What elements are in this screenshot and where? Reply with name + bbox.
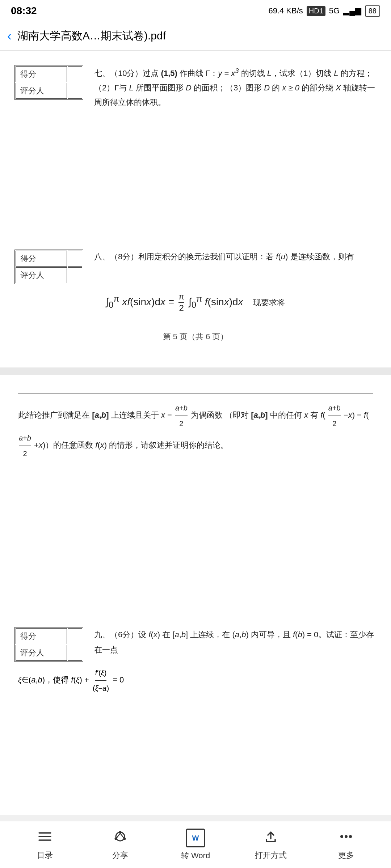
hd-badge: HD1 [307,6,325,16]
score-table-9: 得分 评分人 [14,627,83,662]
reviewer-label-7: 评分人 [16,83,67,99]
svg-point-4 [119,831,122,834]
status-right: 69.4 KB/s HD1 5G ▂▄▆ 88 [268,5,380,17]
content-area: 得分 评分人 七、（10分）过点 (1,5) 作曲线 Γ：y = x3 的切线 … [0,51,391,825]
problem9-content: 九、（6分）设 f(x) 在 [a,b] 上连续，在 (a,b) 内可导，且 f… [94,627,377,660]
continuation-section: 此结论推广到满足在 [a,b] 上连续且关于 x = a+b 2 为偶函数 （即… [0,375,391,616]
share-button[interactable]: 分享 [91,829,149,861]
status-time: 08:32 [11,5,37,17]
toc-label: 目录 [37,850,53,861]
reviewer-label-8: 评分人 [16,267,67,283]
work-space-8 [18,461,373,605]
problem7-content: 七、（10分）过点 (1,5) 作曲线 Γ：y = x3 的切线 L，试求（1）… [94,65,377,112]
svg-point-11 [349,835,352,838]
toc-button[interactable]: 目录 [16,829,74,861]
share-label: 分享 [112,850,128,861]
open-button[interactable]: 打开方式 [242,829,300,861]
problem8-text: 八、（8分）利用定积分的换元法我们可以证明：若 f(u) 是连续函数，则有 [94,250,377,264]
score-label-8: 得分 [16,251,67,267]
problem9-formula: ξ∈(a,b)，使得 f(ξ) + f′(ξ) (ξ−a) = 0 [14,665,377,695]
word-label: 转 Word [181,850,210,861]
work-space-9 [14,695,377,804]
score-label-7: 得分 [16,66,67,82]
problem7-text: 七、（10分）过点 (1,5) 作曲线 Γ：y = x3 的切线 L，试求（1）… [94,65,377,109]
work-space-7 [14,112,377,242]
reviewer-label-9: 评分人 [16,645,67,661]
signal-bars: ▂▄▆ [343,6,361,16]
bottom-toolbar: 目录 分享 W 转 Word [0,821,391,868]
continuation-text: 此结论推广到满足在 [a,b] 上连续且关于 x = a+b 2 为偶函数 （即… [18,393,373,461]
svg-point-9 [340,835,343,838]
toc-icon [37,829,53,847]
signal-label: 5G [329,6,340,16]
share-icon [112,829,128,847]
open-icon [263,829,279,847]
more-icon [338,829,354,847]
problem8-content: 八、（8分）利用定积分的换元法我们可以证明：若 f(u) 是连续函数，则有 [94,250,377,267]
open-label: 打开方式 [255,850,287,861]
problem9-section: 得分 评分人 九、（6分）设 f(x) 在 [a,b] 上连续，在 (a,b) … [0,616,391,815]
status-bar: 08:32 69.4 KB/s HD1 5G ▂▄▆ 88 [0,0,391,22]
svg-point-10 [345,835,348,838]
more-button[interactable]: 更多 [317,829,375,861]
app-header: ‹ 湖南大学高数A…期末试卷).pdf [0,22,391,51]
network-speed: 69.4 KB/s [268,6,303,16]
page-separator [0,367,391,375]
problem8-formula: ∫0π xf(sinx)dx = π 2 ∫0π f(sinx)dx 现要求将 [14,292,377,313]
score-table-7: 得分 评分人 [14,65,83,100]
score-label-9: 得分 [16,628,67,644]
word-icon: W [186,829,205,847]
back-button[interactable]: ‹ [7,29,12,44]
document-title: 湖南大学高数A…期末试卷).pdf [17,29,166,43]
document-page-5: 得分 评分人 七、（10分）过点 (1,5) 作曲线 Γ：y = x3 的切线 … [0,51,391,367]
page-number: 第 5 页（共 6 页） [14,320,377,353]
battery-icon: 88 [365,5,380,17]
word-button[interactable]: W 转 Word [167,829,224,861]
more-label: 更多 [338,850,354,861]
score-table-8: 得分 评分人 [14,250,83,284]
